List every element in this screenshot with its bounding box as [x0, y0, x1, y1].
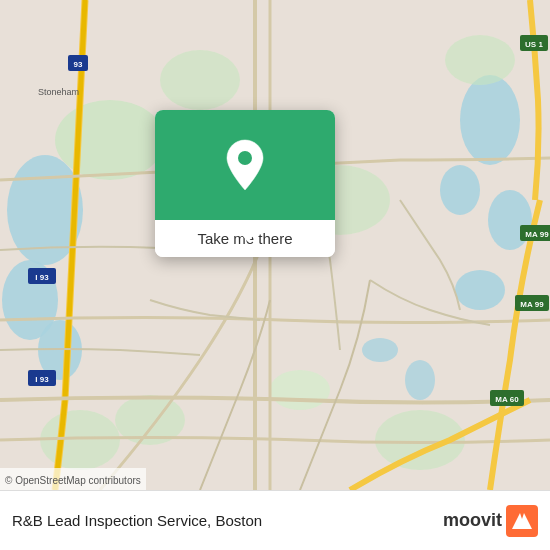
svg-text:MA 60: MA 60 — [495, 395, 519, 404]
svg-point-17 — [445, 35, 515, 85]
svg-point-4 — [460, 75, 520, 165]
map-attribution: © OpenStreetMap contributors — [5, 475, 141, 486]
svg-point-11 — [160, 50, 240, 110]
svg-point-7 — [455, 270, 505, 310]
svg-point-9 — [405, 360, 435, 400]
location-pin-icon — [223, 138, 267, 192]
moovit-logo: moovit — [443, 505, 538, 537]
svg-text:I 93: I 93 — [35, 273, 49, 282]
svg-point-10 — [55, 100, 165, 180]
svg-text:Stoneham: Stoneham — [38, 87, 79, 97]
svg-point-33 — [238, 151, 252, 165]
map-area: 93 I 93 I 93 MA 99 MA 99 MA 60 US 1 Ston… — [0, 0, 550, 490]
svg-text:MA 99: MA 99 — [520, 300, 544, 309]
popup-header — [155, 110, 335, 220]
business-info: R&B Lead Inspection Service, Boston — [12, 512, 262, 530]
business-name: R&B Lead Inspection Service, Boston — [12, 512, 262, 529]
moovit-text: moovit — [443, 510, 502, 531]
svg-point-5 — [440, 165, 480, 215]
svg-text:MA 99: MA 99 — [525, 230, 549, 239]
moovit-logo-icon — [506, 505, 538, 537]
svg-point-15 — [270, 370, 330, 410]
svg-text:I 93: I 93 — [35, 375, 49, 384]
svg-text:US 1: US 1 — [525, 40, 543, 49]
popup-tail — [236, 228, 260, 242]
svg-text:93: 93 — [74, 60, 83, 69]
svg-point-8 — [362, 338, 398, 362]
bottom-bar: R&B Lead Inspection Service, Boston moov… — [0, 490, 550, 550]
